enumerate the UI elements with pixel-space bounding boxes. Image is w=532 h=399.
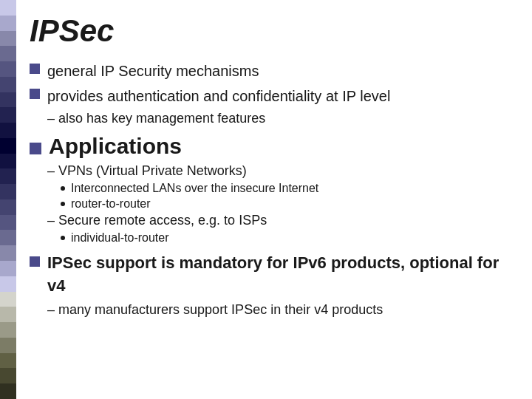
vpn-sub-1: Interconnected LANs over the insecure In… [61, 182, 510, 195]
slide-title: IPSec [30, 13, 510, 49]
dot-icon-2 [61, 202, 65, 206]
vpn-item: VPNs (Virtual Private Networks) [47, 163, 510, 179]
dot-icon-1 [61, 186, 65, 191]
bullet-square-1 [30, 64, 40, 74]
ipv6-bullet-item: IPSec support is mandatory for IPv6 prod… [30, 252, 510, 298]
secure-access-item: Secure remote access, e.g. to ISPs [47, 213, 510, 228]
slide-content: IPSec general IP Security mechanisms pro… [22, 0, 532, 334]
bullet-text-2: provides authentication and confidential… [47, 86, 390, 106]
ipv6-heading: IPSec support is mandatory for IPv6 prod… [47, 252, 510, 298]
sub-note-1: also has key management features [47, 111, 510, 126]
ipv6-bullet-square [30, 256, 40, 267]
vpn-sub-2: router-to-router [61, 197, 510, 211]
bullet-square-2 [30, 89, 40, 99]
ipv6-sub: many manufacturers support IPSec in thei… [47, 302, 510, 318]
bullet-item-1: general IP Security mechanisms [30, 61, 510, 81]
bullet-item-2: provides authentication and confidential… [30, 86, 510, 106]
left-border [0, 0, 16, 399]
bullet-text-1: general IP Security mechanisms [47, 61, 259, 81]
applications-heading: Applications [30, 134, 510, 159]
secure-sub-1: individual-to-router [61, 231, 510, 245]
dot-icon-3 [61, 236, 65, 240]
applications-bullet [30, 143, 41, 154]
